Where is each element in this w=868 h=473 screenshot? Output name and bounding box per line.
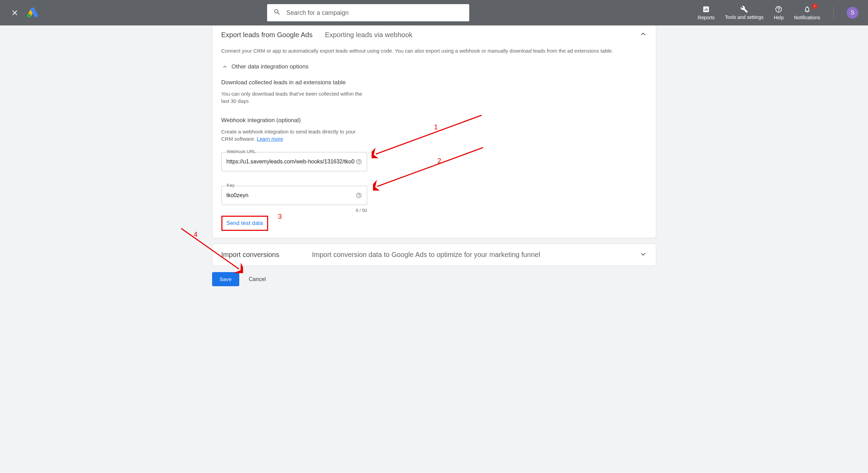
save-button[interactable]: Save: [212, 272, 239, 286]
search-icon: [273, 8, 281, 17]
wrench-icon: [740, 5, 748, 13]
reports-label: Reports: [698, 15, 715, 20]
notifications-button[interactable]: ! Notifications: [794, 5, 820, 20]
send-test-data-button[interactable]: Send test data: [223, 218, 267, 228]
download-leads-desc: You can only download leads that've been…: [221, 90, 366, 105]
send-test-highlight: Send test data: [221, 216, 268, 231]
import-conversions-card[interactable]: Import conversions Import conversion dat…: [212, 244, 656, 266]
cancel-button[interactable]: Cancel: [246, 273, 269, 286]
intro-text: Connect your CRM or app to automatically…: [221, 48, 647, 54]
webhook-url-box[interactable]: [221, 152, 367, 171]
export-leads-card: Export leads from Google Ads Exporting l…: [212, 25, 656, 238]
reports-icon: [702, 5, 710, 13]
header-divider: [833, 6, 834, 20]
help-icon[interactable]: [356, 159, 362, 165]
bell-icon: [803, 5, 811, 13]
google-ads-logo: [27, 7, 39, 19]
ads-logo-icon: [27, 8, 39, 18]
webhook-desc-text: Create a webhook integration to send lea…: [221, 129, 356, 142]
key-char-counter: 8 / 50: [221, 208, 367, 213]
close-icon: [11, 9, 19, 17]
expand-button[interactable]: [639, 250, 648, 260]
key-field: Key: [221, 186, 367, 205]
page-content: Export leads from Google Ads Exporting l…: [212, 25, 656, 290]
chevron-down-icon: [639, 250, 648, 259]
help-icon: [775, 5, 782, 13]
webhook-title: Webhook integration (optional): [221, 117, 647, 124]
notifications-label: Notifications: [794, 15, 820, 20]
tools-label: Tools and settings: [725, 15, 763, 20]
webhook-url-input[interactable]: [227, 159, 356, 165]
search-input[interactable]: [286, 9, 463, 17]
import-desc: Import conversion data to Google Ads to …: [312, 251, 540, 259]
tools-settings-button[interactable]: Tools and settings: [725, 5, 763, 20]
search-box[interactable]: [267, 4, 469, 21]
close-button[interactable]: [10, 8, 20, 18]
card-header-row: Export leads from Google Ads Exporting l…: [221, 28, 647, 42]
webhook-url-field: Webhook URL: [221, 152, 367, 171]
help-label: Help: [774, 15, 784, 20]
avatar[interactable]: S: [847, 7, 858, 19]
svg-point-0: [27, 14, 31, 18]
card-title-secondary: Exporting leads via webhook: [325, 31, 413, 39]
header-actions: Reports Tools and settings Help ! Notifi…: [698, 5, 858, 20]
footer-actions: Save Cancel: [212, 271, 656, 290]
chevron-up-icon: [639, 30, 648, 39]
help-button[interactable]: Help: [774, 5, 784, 20]
webhook-desc: Create a webhook integration to send lea…: [221, 128, 366, 142]
card-title-primary: Export leads from Google Ads: [221, 31, 313, 39]
import-title: Import conversions: [221, 251, 312, 259]
collapse-button[interactable]: [639, 30, 648, 40]
annotation-4: 4: [194, 230, 198, 238]
key-input[interactable]: [227, 192, 356, 198]
download-leads-title: Download collected leads in ad extension…: [221, 79, 647, 86]
chevron-up-icon: [221, 63, 228, 70]
search-wrap: [39, 4, 698, 21]
notification-badge: !: [812, 3, 817, 9]
help-icon[interactable]: [356, 192, 362, 198]
reports-button[interactable]: Reports: [698, 5, 715, 20]
other-options-label: Other data integration options: [232, 63, 309, 70]
other-options-toggle[interactable]: Other data integration options: [221, 63, 647, 70]
key-box[interactable]: [221, 186, 367, 205]
learn-more-link[interactable]: Learn more: [257, 136, 283, 142]
app-header: Reports Tools and settings Help ! Notifi…: [0, 0, 868, 25]
